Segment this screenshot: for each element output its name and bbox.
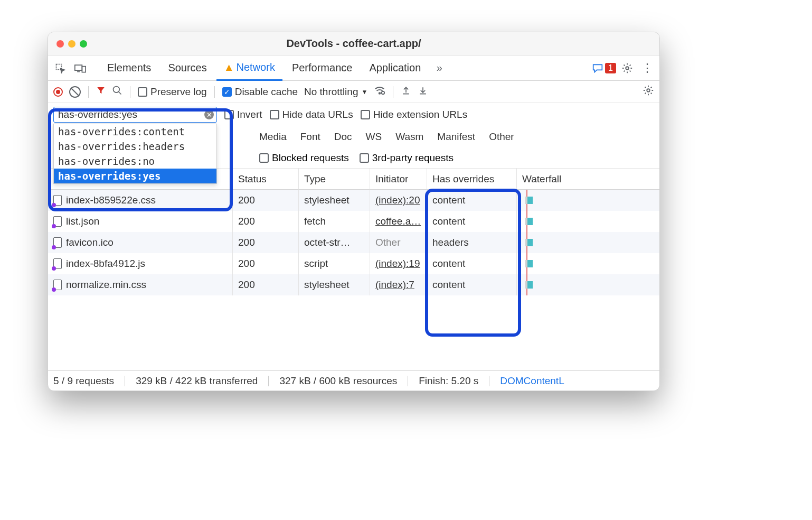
- search-icon[interactable]: [112, 85, 122, 98]
- cell-initiator[interactable]: (index):7: [370, 274, 427, 295]
- settings-gear-icon[interactable]: [618, 62, 636, 74]
- third-party-label: 3rd-party requests: [372, 152, 454, 164]
- autocomplete-item[interactable]: has-overrides:headers: [54, 139, 216, 154]
- file-icon: [53, 237, 62, 248]
- warning-icon: ▲: [224, 61, 234, 73]
- hide-data-urls-checkbox[interactable]: Hide data URLs: [270, 109, 353, 120]
- file-icon: [53, 280, 62, 290]
- initiator-text: (index):7: [375, 279, 414, 291]
- hide-ext-label: Hide extension URLs: [373, 109, 467, 120]
- blocked-requests-checkbox[interactable]: Blocked requests: [259, 152, 349, 164]
- clear-filter-icon[interactable]: ✕: [204, 110, 214, 119]
- cell-name[interactable]: normalize.min.css: [48, 274, 233, 295]
- initiator-text: coffee.a…: [375, 216, 421, 227]
- status-resources: 327 kB / 600 kB resources: [279, 375, 397, 387]
- filter-toggle-icon[interactable]: [96, 86, 106, 98]
- cell-type: fetch: [299, 211, 370, 232]
- svg-rect-3: [82, 66, 86, 72]
- third-party-checkbox[interactable]: 3rd-party requests: [360, 152, 454, 164]
- type-ws[interactable]: WS: [363, 130, 385, 144]
- col-status[interactable]: Status: [233, 169, 299, 190]
- main-tabs-bar: Elements Sources ▲ Network Performance A…: [48, 55, 659, 81]
- kebab-menu-icon[interactable]: ⋮: [638, 61, 656, 75]
- col-initiator[interactable]: Initiator: [370, 169, 427, 190]
- cell-status: 200: [233, 274, 299, 295]
- preserve-log-checkbox[interactable]: Preserve log: [138, 86, 207, 98]
- network-toolbar: Preserve log ✓Disable cache No throttlin…: [48, 81, 659, 103]
- minimize-window-button[interactable]: [68, 40, 75, 48]
- devtools-window: DevTools - coffee-cart.app/ Elements Sou…: [48, 32, 660, 391]
- tab-application[interactable]: Application: [362, 55, 428, 81]
- cell-has-overrides: content: [427, 211, 517, 232]
- cell-name[interactable]: index-8bfa4912.js: [48, 253, 233, 274]
- upload-har-icon[interactable]: [401, 85, 411, 98]
- disable-cache-label: Disable cache: [235, 86, 298, 98]
- status-bar: 5 / 9 requests 329 kB / 422 kB transferr…: [48, 370, 659, 391]
- network-conditions-icon[interactable]: [374, 85, 385, 99]
- type-font[interactable]: Font: [297, 130, 324, 144]
- type-other[interactable]: Other: [486, 130, 517, 144]
- tab-performance[interactable]: Performance: [285, 55, 360, 81]
- cell-initiator[interactable]: (index):20: [370, 190, 427, 211]
- col-waterfall[interactable]: Waterfall: [517, 169, 659, 190]
- tab-sources[interactable]: Sources: [160, 55, 214, 81]
- more-tabs-chevron-icon[interactable]: »: [430, 62, 448, 74]
- cell-type: stylesheet: [299, 190, 370, 211]
- cell-name[interactable]: list.json: [48, 211, 233, 232]
- cell-name[interactable]: index-b859522e.css: [48, 190, 233, 211]
- chevron-down-icon: ▼: [361, 88, 367, 96]
- error-count-badge: 1: [605, 63, 616, 73]
- invert-label: Invert: [237, 109, 262, 120]
- svg-point-4: [626, 67, 629, 70]
- tab-network[interactable]: ▲ Network: [216, 55, 282, 81]
- svg-point-11: [647, 89, 650, 92]
- cell-initiator[interactable]: (index):19: [370, 253, 427, 274]
- throttling-select[interactable]: No throttling ▼: [304, 86, 367, 98]
- disable-cache-checkbox[interactable]: ✓Disable cache: [222, 86, 298, 98]
- traffic-lights: [56, 40, 87, 48]
- record-button[interactable]: [53, 87, 63, 97]
- cell-type: stylesheet: [299, 274, 370, 295]
- initiator-text: (index):20: [375, 194, 420, 206]
- cell-initiator[interactable]: coffee.a…: [370, 211, 427, 232]
- col-has-overrides[interactable]: Has overrides: [427, 169, 517, 190]
- cell-waterfall: [517, 190, 659, 211]
- preserve-log-label: Preserve log: [150, 86, 207, 98]
- inspect-element-icon[interactable]: [51, 63, 69, 73]
- col-type[interactable]: Type: [299, 169, 370, 190]
- cell-status: 200: [233, 211, 299, 232]
- cell-type: octet-str…: [299, 232, 370, 253]
- type-media[interactable]: Media: [256, 130, 290, 144]
- cell-has-overrides: content: [427, 190, 517, 211]
- device-toolbar-icon[interactable]: [71, 63, 89, 73]
- download-har-icon[interactable]: [418, 85, 428, 98]
- cell-status: 200: [233, 190, 299, 211]
- filter-input[interactable]: [53, 107, 217, 123]
- autocomplete-item-selected[interactable]: has-overrides:yes: [54, 169, 216, 183]
- type-wasm[interactable]: Wasm: [392, 130, 427, 144]
- file-name-text: index-8bfa4912.js: [66, 258, 145, 270]
- throttling-label: No throttling: [304, 86, 358, 98]
- filter-row: ✕ has-overrides:content has-overrides:he…: [48, 103, 659, 126]
- file-name-text: favicon.ico: [66, 237, 114, 248]
- cell-has-overrides: content: [427, 253, 517, 274]
- svg-point-5: [114, 87, 120, 93]
- type-manifest[interactable]: Manifest: [434, 130, 478, 144]
- tab-elements[interactable]: Elements: [100, 55, 158, 81]
- clear-button[interactable]: [69, 86, 81, 98]
- autocomplete-item[interactable]: has-overrides:content: [54, 124, 216, 139]
- invert-checkbox[interactable]: Invert: [224, 109, 262, 120]
- autocomplete-item[interactable]: has-overrides:no: [54, 154, 216, 169]
- maximize-window-button[interactable]: [80, 40, 87, 48]
- close-window-button[interactable]: [56, 40, 64, 48]
- file-icon: [53, 195, 62, 206]
- cell-name[interactable]: favicon.ico: [48, 232, 233, 253]
- status-transferred: 329 kB / 422 kB transferred: [136, 375, 258, 387]
- network-settings-gear-icon[interactable]: [643, 85, 654, 99]
- blocked-requests-label: Blocked requests: [272, 152, 349, 164]
- type-doc[interactable]: Doc: [331, 130, 355, 144]
- cell-has-overrides: headers: [427, 232, 517, 253]
- console-errors-button[interactable]: 1: [592, 63, 616, 73]
- cell-has-overrides: content: [427, 274, 517, 295]
- hide-extension-urls-checkbox[interactable]: Hide extension URLs: [361, 109, 467, 120]
